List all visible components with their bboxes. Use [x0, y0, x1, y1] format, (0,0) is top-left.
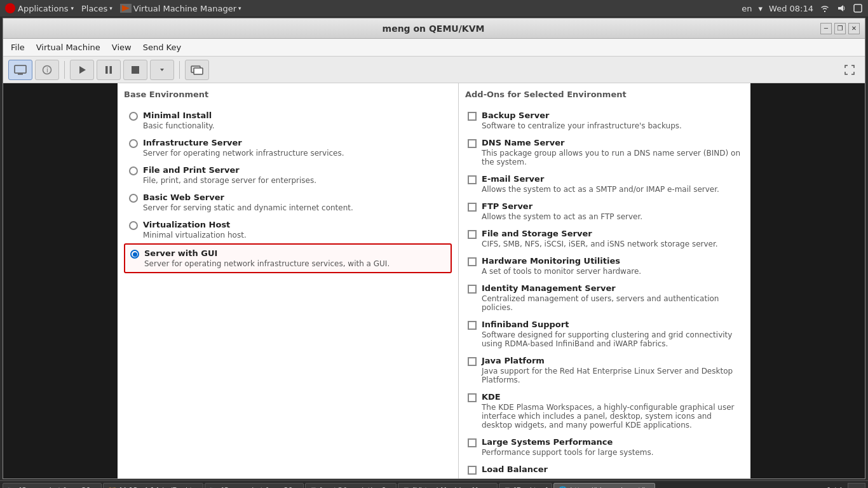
- addon-text-11: Load Balancer: [482, 464, 548, 474]
- minimize-button[interactable]: −: [820, 23, 832, 34]
- env-text-4: Virtualization Host Minimal virtualizati…: [143, 220, 247, 240]
- taskbar-item-6[interactable]: 🌐https://blogsedu.net/b...: [553, 483, 655, 489]
- svg-text:i: i: [46, 67, 48, 74]
- toolbar-snapshot-btn[interactable]: [185, 60, 209, 80]
- places-menu[interactable]: Places ▾: [81, 4, 112, 13]
- taskbar-next-btn[interactable]: ▸: [848, 483, 865, 489]
- addon-checkbox-1[interactable]: [468, 139, 477, 148]
- addon-desc-1: This package group allows you to run a D…: [482, 149, 742, 166]
- toolbar-sep-1: [64, 61, 65, 79]
- info-icon: i: [42, 65, 52, 75]
- svg-rect-9: [105, 66, 108, 74]
- env-item-3[interactable]: Basic Web Server Server for serving stat…: [124, 189, 452, 216]
- addon-checkbox-11[interactable]: [468, 466, 477, 475]
- env-desc-3: Server for serving static and dynamic in…: [143, 203, 353, 212]
- vmm-logo-icon: [120, 4, 132, 13]
- send-key-menu[interactable]: Send Key: [138, 41, 186, 54]
- addon-item-11: Load Balancer: [465, 461, 744, 478]
- addon-checkbox-9[interactable]: [468, 393, 477, 402]
- addon-checkbox-2[interactable]: [468, 175, 477, 184]
- svg-rect-4: [15, 65, 26, 73]
- addon-desc-0: Software to centralize your infrastructu…: [482, 121, 682, 130]
- addon-checkbox-8[interactable]: [468, 357, 477, 366]
- env-item-4[interactable]: Virtualization Host Minimal virtualizati…: [124, 216, 452, 243]
- vmm-menu[interactable]: Virtual Machine Manager ▾: [120, 4, 241, 13]
- env-name-4: Virtualization Host: [143, 220, 247, 229]
- addon-desc-5: A set of tools to monitor server hardwar…: [482, 267, 641, 276]
- addon-checkbox-7[interactable]: [468, 321, 477, 330]
- addon-item-7: Infiniband Support Software designed for…: [465, 316, 744, 352]
- taskbar-item-5[interactable]: 🖥[Desktop]: [499, 483, 552, 489]
- toolbar-fullscreen-btn[interactable]: [839, 60, 860, 80]
- virtual-machine-menu[interactable]: Virtual Machine: [31, 41, 105, 54]
- env-name-0: Minimal Install: [143, 111, 215, 120]
- toolbar-screen-btn[interactable]: [8, 60, 32, 80]
- addons-panel: Add-Ons for Selected Environment Backup …: [458, 83, 750, 478]
- env-desc-2: File, print, and storage server for ente…: [143, 176, 316, 185]
- addon-name-11: Load Balancer: [482, 464, 548, 474]
- addon-checkbox-5[interactable]: [468, 257, 477, 266]
- addon-checkbox-4[interactable]: [468, 230, 477, 239]
- addon-desc-7: Software designed for supporting cluster…: [482, 330, 742, 348]
- taskbar-item-0[interactable]: 📷[Screenshot from 20...: [3, 483, 102, 489]
- apps-icon: [5, 3, 15, 13]
- vmm-chevron: ▾: [238, 5, 241, 11]
- base-environment-panel: Base Environment Minimal Install Basic f…: [118, 83, 458, 478]
- close-button[interactable]: ✕: [848, 23, 860, 34]
- env-name-2: File and Print Server: [143, 165, 316, 175]
- addon-checkbox-6[interactable]: [468, 285, 477, 294]
- left-sidebar: [3, 83, 118, 478]
- language-indicator[interactable]: en: [742, 4, 752, 13]
- env-name-1: Infrastructure Server: [143, 138, 344, 147]
- addon-name-1: DNS Name Server: [482, 138, 742, 147]
- addon-checkbox-0[interactable]: [468, 112, 477, 121]
- toolbar-dropdown-btn[interactable]: [150, 60, 174, 80]
- env-text-3: Basic Web Server Server for serving stat…: [143, 193, 353, 212]
- toolbar-play-btn[interactable]: [70, 60, 94, 80]
- addon-item-0: Backup Server Software to centralize you…: [465, 107, 744, 134]
- taskbar-item-1[interactable]: 📁[4.13~4.14 (~/Deskt...: [103, 483, 203, 489]
- addon-text-4: File and Storage Server CIFS, SMB, NFS, …: [482, 229, 718, 248]
- addon-checkbox-10[interactable]: [468, 438, 477, 447]
- env-item-1[interactable]: Infrastructure Server Server for operati…: [124, 134, 452, 161]
- env-item-0[interactable]: Minimal Install Basic functionality.: [124, 107, 452, 134]
- toolbar-info-btn[interactable]: i: [35, 60, 59, 80]
- toolbar: i: [3, 57, 865, 83]
- svg-marker-12: [160, 69, 164, 71]
- addon-desc-8: Java support for the Red Hat Enterprise …: [482, 367, 742, 384]
- taskbar-item-icon-0: 📷: [7, 486, 17, 489]
- taskbar-item-2[interactable]: 📷[Screenshot from 20...: [205, 483, 304, 489]
- radio-2: [129, 166, 138, 175]
- file-menu[interactable]: File: [6, 41, 30, 54]
- taskbar-item-3[interactable]: 🖥[root@foundation6...: [305, 483, 397, 489]
- env-text-0: Minimal Install Basic functionality.: [143, 111, 215, 130]
- applications-menu[interactable]: Applications ▾: [5, 3, 74, 13]
- places-label: Places: [81, 4, 107, 13]
- taskbar-items: 📷[Screenshot from 20...📁[4.13~4.14 (~/De…: [3, 483, 822, 489]
- toolbar-stop-btn[interactable]: [123, 60, 147, 80]
- toolbar-pause-btn[interactable]: [97, 60, 121, 80]
- addon-item-8: Java Platform Java support for the Red H…: [465, 352, 744, 388]
- radio-0: [129, 112, 138, 121]
- env-item-5[interactable]: Server with GUI Server for operating net…: [124, 243, 452, 273]
- vmm-label: Virtual Machine Manager: [133, 4, 236, 13]
- wifi-icon: [820, 3, 830, 13]
- svg-marker-2: [838, 5, 843, 11]
- svg-rect-11: [132, 66, 139, 74]
- env-name-5: Server with GUI: [144, 248, 390, 258]
- addon-item-4: File and Storage Server CIFS, SMB, NFS, …: [465, 225, 744, 252]
- base-environment-header: Base Environment: [124, 90, 452, 102]
- main-content: Base Environment Minimal Install Basic f…: [3, 83, 865, 478]
- restore-button[interactable]: ❐: [834, 23, 846, 34]
- taskbar-item-4[interactable]: 🖥[Virtual Machine Man...: [398, 483, 498, 489]
- addon-desc-6: Centralized management of users, servers…: [482, 294, 742, 312]
- environment-list: Minimal Install Basic functionality. Inf…: [124, 107, 452, 273]
- system-bar-right: en ▾ Wed 08:14: [742, 3, 863, 13]
- env-desc-1: Server for operating network infrastruct…: [143, 149, 344, 158]
- addon-name-10: Large Systems Performance: [482, 437, 654, 447]
- env-item-2[interactable]: File and Print Server File, print, and s…: [124, 161, 452, 189]
- pause-icon: [104, 65, 114, 75]
- view-menu[interactable]: View: [107, 41, 137, 54]
- addon-checkbox-3[interactable]: [468, 203, 477, 212]
- svg-rect-10: [110, 66, 112, 74]
